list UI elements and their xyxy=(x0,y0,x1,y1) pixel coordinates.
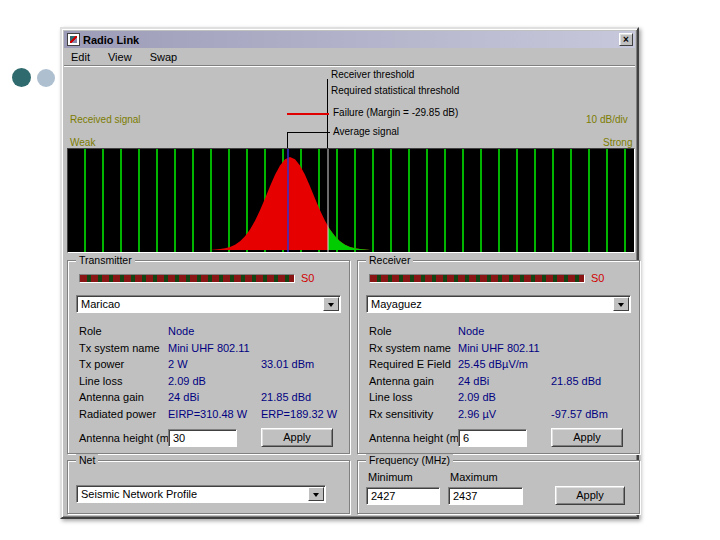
rx-unit-dropdown-button[interactable] xyxy=(613,297,629,311)
net-group-label: Net xyxy=(76,454,98,466)
chevron-down-icon xyxy=(313,493,319,500)
frequency-apply-button[interactable]: Apply xyxy=(555,486,625,505)
net-selected: Seismic Network Profile xyxy=(81,488,197,500)
table-row: Tx power2 W33.01 dBm xyxy=(79,356,343,373)
table-row: Rx sensitivity2.96 µV-97.57 dBm xyxy=(369,406,633,423)
receiver-group: Receiver S0 Mayaguez RoleNode Rx system … xyxy=(357,260,640,454)
row-value2: 21.85 dBd xyxy=(551,375,633,387)
row-value: 24 dBi xyxy=(168,391,261,403)
frequency-group-label: Frequency (MHz) xyxy=(366,454,453,466)
failure-margin-line xyxy=(287,113,329,115)
scale-label: 10 dB/div xyxy=(586,114,628,125)
row-label: Rx sensitivity xyxy=(369,408,458,420)
table-row: Tx system nameMini UHF 802.11 xyxy=(79,340,343,357)
row-value2: ERP=189.32 W xyxy=(261,408,343,420)
signal-chart-svg xyxy=(68,149,634,252)
rx-unit-select[interactable]: Mayaguez xyxy=(366,295,631,313)
table-row: Line loss2.09 dB xyxy=(79,373,343,390)
table-row: Antenna gain24 dBi21.85 dBd xyxy=(79,389,343,406)
close-icon[interactable]: × xyxy=(619,33,633,46)
rx-antenna-height-label: Antenna height (m) xyxy=(369,432,463,444)
rx-antenna-height-input[interactable] xyxy=(458,429,527,447)
chevron-down-icon xyxy=(328,303,334,310)
average-signal-label: Average signal xyxy=(333,126,399,137)
decorative-circle-dark xyxy=(12,68,31,87)
frequency-maximum-input[interactable] xyxy=(448,487,523,505)
tx-apply-button[interactable]: Apply xyxy=(261,428,333,447)
row-value: EIRP=310.48 W xyxy=(168,408,261,420)
failure-margin-label: Failure (Margin = -29.85 dB) xyxy=(333,107,458,118)
required-threshold-label: Required statistical threshold xyxy=(331,85,459,96)
table-row: RoleNode xyxy=(79,323,343,340)
tx-antenna-height-input[interactable] xyxy=(168,429,237,447)
row-label: Role xyxy=(369,325,458,337)
frequency-minimum-label: Minimum xyxy=(368,471,413,483)
tx-unit-selected: Maricao xyxy=(81,298,120,310)
rx-signal-meter-label: S0 xyxy=(591,272,604,284)
table-row: Antenna gain24 dBi21.85 dBd xyxy=(369,373,633,390)
row-value: Mini UHF 802.11 xyxy=(458,342,551,354)
rx-detail-rows: RoleNode Rx system nameMini UHF 802.11 R… xyxy=(369,323,633,422)
row-label: Antenna gain xyxy=(79,391,168,403)
row-value: Node xyxy=(168,325,261,337)
tx-unit-dropdown-button[interactable] xyxy=(323,297,339,311)
transmitter-group: Transmitter S0 Maricao RoleNode Tx syste… xyxy=(67,260,350,454)
row-label: Tx system name xyxy=(79,342,168,354)
table-row: Rx system nameMini UHF 802.11 xyxy=(369,340,633,357)
row-label: Required E Field xyxy=(369,358,458,370)
average-connector-vline xyxy=(287,132,288,148)
rx-signal-meter xyxy=(369,274,585,283)
menu-bar: Edit View Swap xyxy=(64,48,635,66)
receiver-threshold-label: Receiver threshold xyxy=(331,69,414,80)
signal-chart xyxy=(67,148,635,253)
row-label: Radiated power xyxy=(79,408,168,420)
menu-view[interactable]: View xyxy=(108,51,132,63)
frequency-group: Frequency (MHz) Minimum Maximum Apply xyxy=(357,460,640,514)
window-icon xyxy=(67,33,80,46)
row-label: Role xyxy=(79,325,168,337)
weak-label: Weak xyxy=(70,137,95,148)
row-label: Rx system name xyxy=(369,342,458,354)
rx-apply-button[interactable]: Apply xyxy=(551,428,623,447)
row-label: Antenna gain xyxy=(369,375,458,387)
table-row: RoleNode xyxy=(369,323,633,340)
signal-distribution-curve xyxy=(210,157,370,250)
frequency-minimum-input[interactable] xyxy=(366,487,440,505)
title-bar: Radio Link × xyxy=(64,31,635,48)
row-value2: 21.85 dBd xyxy=(261,391,343,403)
net-select[interactable]: Seismic Network Profile xyxy=(76,485,326,503)
row-value: 24 dBi xyxy=(458,375,551,387)
row-value: 2.96 µV xyxy=(458,408,551,420)
net-dropdown-button[interactable] xyxy=(308,487,324,501)
decorative-circle-light xyxy=(37,69,55,87)
strong-label: Strong xyxy=(603,137,632,148)
pass-region-curve xyxy=(328,227,370,251)
row-value: 25.45 dBµV/m xyxy=(458,358,551,370)
menu-swap[interactable]: Swap xyxy=(150,51,178,63)
row-value: 2.09 dB xyxy=(168,375,261,387)
received-signal-label: Received signal xyxy=(70,114,141,125)
row-value: 2 W xyxy=(168,358,261,370)
net-group: Net Seismic Network Profile xyxy=(67,460,350,514)
rx-unit-selected: Mayaguez xyxy=(371,298,422,310)
tx-signal-meter xyxy=(79,274,295,283)
menu-edit[interactable]: Edit xyxy=(71,51,90,63)
row-label: Tx power xyxy=(79,358,168,370)
chevron-down-icon xyxy=(618,303,624,310)
tx-antenna-height-label: Antenna height (m) xyxy=(79,432,173,444)
row-value: Node xyxy=(458,325,551,337)
receiver-group-label: Receiver xyxy=(366,254,413,266)
row-value2: -97.57 dBm xyxy=(551,408,633,420)
average-connector-hline xyxy=(287,132,330,133)
table-row: Radiated powerEIRP=310.48 WERP=189.32 W xyxy=(79,406,343,423)
row-label: Line loss xyxy=(79,375,168,387)
row-value: 2.09 dB xyxy=(458,391,551,403)
row-value2: 33.01 dBm xyxy=(261,358,343,370)
table-row: Required E Field25.45 dBµV/m xyxy=(369,356,633,373)
table-row: Line loss2.09 dB xyxy=(369,389,633,406)
tx-unit-select[interactable]: Maricao xyxy=(76,295,341,313)
row-value: Mini UHF 802.11 xyxy=(168,342,261,354)
tx-signal-meter-label: S0 xyxy=(301,272,314,284)
tx-detail-rows: RoleNode Tx system nameMini UHF 802.11 T… xyxy=(79,323,343,422)
transmitter-group-label: Transmitter xyxy=(76,254,135,266)
